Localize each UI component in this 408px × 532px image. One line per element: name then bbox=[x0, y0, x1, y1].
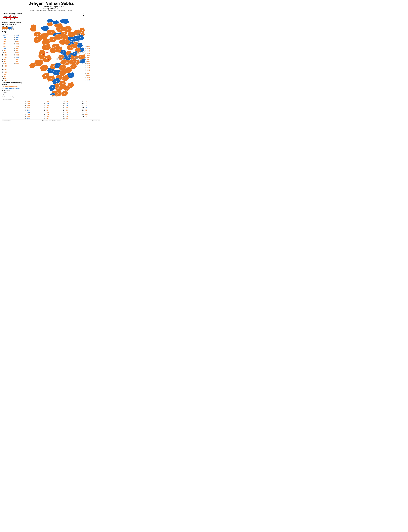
list-item: 57 - XXX bbox=[44, 106, 62, 108]
svg-text:28: 28 bbox=[71, 39, 72, 40]
list-item: 2 - XXX bbox=[2, 35, 13, 37]
village-col-1: 1 - Ottampur 2 - XXX 3 - XXX 4 - XXX 5 -… bbox=[2, 33, 13, 68]
list-item: 80 - XXX bbox=[85, 47, 100, 49]
uv-color-bar bbox=[12, 27, 14, 29]
content-area: Total No. of Villages & Town Village (V)… bbox=[2, 12, 100, 100]
map-svg: 1 2 3 4 5 6 7 bbox=[25, 12, 85, 100]
svg-text:88: 88 bbox=[52, 87, 53, 88]
svg-text:75: 75 bbox=[73, 66, 74, 67]
svg-text:62: 62 bbox=[67, 62, 68, 63]
list-item: 50 - XXX bbox=[25, 112, 43, 114]
list-item: 14 - XXX bbox=[2, 57, 13, 59]
uv-sub: (5V) bbox=[13, 29, 15, 30]
list-item: 93 - XXX bbox=[82, 115, 100, 117]
village-list-20-26: 20 - XXX 21 - XXX 22 - XXX 23 - XXX 24 -… bbox=[2, 68, 25, 81]
list-item: 4 - XXX bbox=[2, 39, 13, 41]
map-area: N▲ 1 2 3 bbox=[25, 12, 85, 100]
list-item: 22 - XXX bbox=[2, 72, 13, 74]
list-item: 64 - XXX bbox=[85, 73, 100, 75]
list-item: 18 - XXX bbox=[2, 64, 13, 66]
abbrev-t: T - Town bbox=[2, 94, 25, 96]
svg-text:45: 45 bbox=[79, 45, 81, 46]
bjp-color-bar bbox=[2, 27, 8, 29]
svg-text:71: 71 bbox=[56, 72, 57, 73]
list-item: 7 - XXX bbox=[2, 44, 13, 46]
list-item: 71 - XXX bbox=[63, 104, 81, 106]
list-item: 88 - XXX bbox=[85, 62, 100, 64]
svg-text:21: 21 bbox=[44, 36, 45, 37]
list-item: 38 - XXX bbox=[14, 53, 25, 55]
list-item: 23 - XXX bbox=[2, 74, 13, 76]
svg-text:11: 11 bbox=[60, 29, 61, 30]
list-item: 35 - XXX bbox=[14, 48, 25, 50]
list-item: 28 - XXX bbox=[14, 35, 25, 37]
svg-text:81: 81 bbox=[56, 81, 57, 82]
list-item: 85 - XXX bbox=[85, 57, 100, 59]
list-item: 40 - XXX bbox=[14, 57, 25, 59]
town-label-box: Town (T) 1 bbox=[11, 15, 18, 20]
svg-text:12: 12 bbox=[67, 29, 68, 30]
list-item: 46 - XXX bbox=[25, 104, 43, 106]
svg-text:92: 92 bbox=[52, 94, 53, 95]
svg-text:22: 22 bbox=[37, 39, 38, 40]
svg-text:83: 83 bbox=[70, 84, 71, 86]
party-header-row: BJP INC UV bbox=[2, 26, 25, 27]
list-item: 76 - XXX bbox=[63, 114, 81, 116]
list-item: 90 - XXX bbox=[85, 66, 100, 68]
inc-color-bar bbox=[8, 27, 11, 29]
list-item: 62 - XXX bbox=[44, 115, 62, 117]
bjp-sub: (XXV+XT) bbox=[2, 29, 7, 30]
village-label-box: Village (V) 92 bbox=[3, 15, 10, 20]
svg-text:6: 6 bbox=[50, 24, 51, 25]
list-item: 11 - XXX bbox=[2, 51, 13, 53]
list-item: 75 - XXX bbox=[63, 112, 81, 114]
svg-text:89: 89 bbox=[58, 93, 59, 94]
list-item: 63 - XXX bbox=[44, 117, 62, 119]
svg-text:73: 73 bbox=[62, 72, 63, 74]
list-item: 77 - XXX bbox=[63, 115, 81, 117]
svg-text:63: 63 bbox=[63, 61, 64, 62]
village-list-left: 1 - Ottampur 2 - XXX 3 - XXX 4 - XXX 5 -… bbox=[2, 33, 25, 68]
svg-text:36: 36 bbox=[55, 46, 56, 47]
bjp-label: BJP bbox=[2, 26, 6, 27]
list-item: 5 - XXX bbox=[2, 41, 13, 42]
list-item: 55 - XXX bbox=[44, 103, 62, 105]
svg-text:79: 79 bbox=[45, 75, 46, 76]
village-label: Village (V) bbox=[3, 15, 10, 17]
list-item: 72 - XXX bbox=[63, 106, 81, 108]
list-item: 61 - XXX bbox=[44, 114, 62, 116]
list-item: 87 - XXX bbox=[82, 104, 100, 106]
list-item: 27 - XXX bbox=[14, 33, 25, 35]
party-color-row bbox=[2, 27, 25, 29]
village-col-3: 20 - XXX 21 - XXX 22 - XXX 23 - XXX 24 -… bbox=[2, 68, 13, 81]
svg-text:3: 3 bbox=[56, 22, 56, 23]
list-item: 9 - XXX bbox=[2, 48, 13, 50]
list-item: 73 - XXX bbox=[63, 108, 81, 110]
villages-header: Villages bbox=[2, 31, 25, 33]
svg-text:67: 67 bbox=[44, 68, 45, 69]
svg-text:44: 44 bbox=[75, 45, 76, 46]
total-legend: Total No. of Villages & Town Village (V)… bbox=[2, 12, 25, 21]
town-count: 1 bbox=[11, 17, 18, 20]
list-item: 31 - XXX bbox=[14, 41, 25, 42]
list-item: 89 - XXX bbox=[82, 108, 100, 110]
list-item: 3 - XXX bbox=[2, 37, 13, 39]
col-85-93: 85 - XXX 86 - XXX 87 - XXX 88 - XXX 89 -… bbox=[82, 101, 100, 119]
svg-text:19: 19 bbox=[64, 33, 65, 34]
svg-text:57: 57 bbox=[80, 56, 81, 57]
bottom-center: Map Not to Scale Disclaimer Apply bbox=[42, 120, 61, 121]
list-item: 20 - XXX bbox=[2, 68, 13, 70]
list-item: 25 - XXX bbox=[2, 77, 13, 79]
list-item: 51 - XXX bbox=[25, 114, 43, 116]
list-item: 43 - XXX bbox=[14, 62, 25, 64]
list-item: 85 - XXX bbox=[82, 101, 100, 103]
list-item: 84 - XXX bbox=[85, 55, 100, 57]
abbrev-m: M - Municipality bbox=[2, 90, 25, 92]
list-item: 86 - XXX bbox=[85, 59, 100, 60]
list-item: 91 - XXX bbox=[82, 112, 100, 114]
logo-label: indiastatelections bbox=[3, 99, 12, 100]
svg-text:70: 70 bbox=[57, 65, 59, 66]
page: Dehgam Vidhan Sabha Winner Parties by Vi… bbox=[0, 0, 102, 123]
list-item: 52 - XXX bbox=[25, 115, 43, 117]
svg-text:16: 16 bbox=[82, 34, 84, 35]
